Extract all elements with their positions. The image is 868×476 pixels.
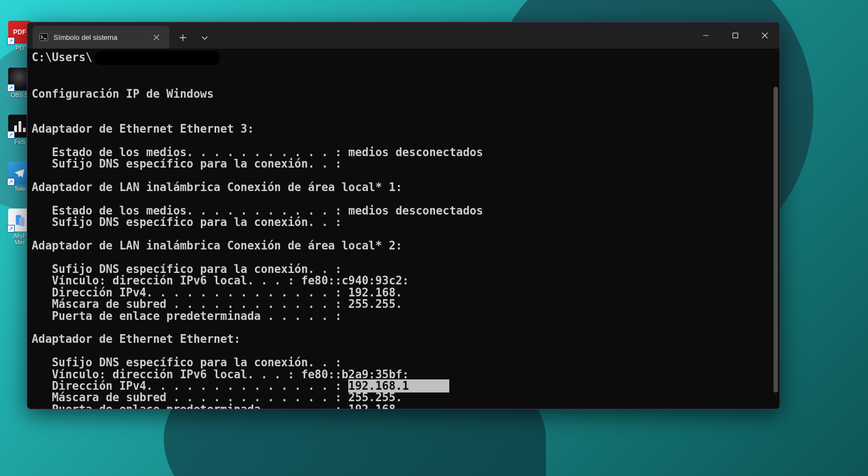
maximize-button[interactable] [721, 22, 750, 49]
svg-rect-1 [19, 217, 25, 226]
terminal-line: Máscara de subred . . . . . . . . . . . … [32, 297, 402, 311]
terminal-line: Sufijo DNS específico para la conexión. … [32, 263, 342, 276]
terminal-output[interactable]: C:\Users\ Configuración IP de Windows Ad… [27, 49, 780, 409]
window-controls [691, 22, 780, 49]
selected-text: 192.168.1 [348, 379, 409, 392]
terminal-line: Puerta de enlace predeterminada . . . . … [32, 310, 342, 323]
terminal-line: Adaptador de Ethernet Ethernet: [32, 332, 241, 346]
close-button[interactable] [750, 22, 780, 49]
terminal-line: Sufijo DNS específico para la conexión. … [32, 157, 342, 170]
desktop-icon-label: FxS [14, 139, 25, 145]
terminal-line: Adaptador de Ethernet Ethernet 3: [32, 122, 254, 135]
terminal-line: Adaptador de LAN inalámbrica Conexión de… [32, 239, 402, 252]
desktop-icon-label: PD [15, 45, 23, 51]
terminal-line: Puerta de enlace predeterminada . . . . … [32, 403, 402, 409]
terminal-line: Sufijo DNS específico para la conexión. … [32, 356, 342, 369]
desktop-icon-label: Tele [14, 186, 25, 192]
terminal-line: Estado de los medios. . . . . . . . . . … [32, 204, 483, 217]
tab-dropdown-button[interactable] [195, 28, 214, 47]
tabstrip-buttons [174, 22, 214, 49]
terminal-scrollbar[interactable] [774, 81, 778, 403]
new-tab-button[interactable] [174, 28, 192, 47]
terminal-line: Configuración IP de Windows [32, 87, 213, 100]
terminal-window: Símbolo del sistema C:\Use [27, 22, 780, 409]
titlebar[interactable]: Símbolo del sistema [27, 22, 780, 49]
terminal-line: Dirección IPv4. . . . . . . . . . . . . … [32, 379, 449, 392]
command-prompt-icon [39, 33, 48, 41]
tab-title: Símbolo del sistema [53, 33, 143, 41]
terminal-line: Sufijo DNS específico para la conexión. … [32, 216, 342, 229]
prompt-path: C:\Users\ [32, 52, 92, 63]
titlebar-drag-area[interactable] [214, 22, 691, 49]
terminal-line: Máscara de subred . . . . . . . . . . . … [32, 391, 402, 404]
scrollbar-thumb[interactable] [774, 87, 778, 392]
terminal-line: Estado de los medios. . . . . . . . . . … [32, 146, 483, 159]
tab-command-prompt[interactable]: Símbolo del sistema [33, 26, 169, 49]
tab-close-button[interactable] [148, 29, 164, 45]
terminal-line: Vínculo: dirección IPv6 local. . . : fe8… [32, 368, 409, 381]
svg-rect-3 [733, 33, 738, 38]
terminal-line: Adaptador de LAN inalámbrica Conexión de… [32, 181, 402, 194]
desktop-icon-label: OBS S [10, 92, 29, 98]
desktop-icon-label: iMyFMirr [13, 233, 26, 246]
terminal-line: Dirección IPv4. . . . . . . . . . . . . … [32, 286, 402, 299]
svg-rect-2 [40, 34, 48, 41]
minimize-button[interactable] [691, 22, 721, 49]
redacted-username [94, 51, 220, 65]
terminal-line: Vínculo: dirección IPv6 local. . . : fe8… [32, 274, 409, 287]
